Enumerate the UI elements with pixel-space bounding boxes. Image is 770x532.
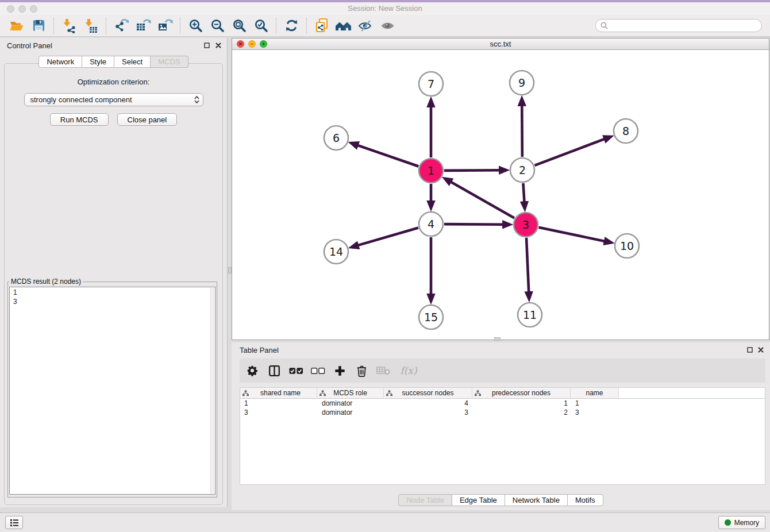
import-network-button[interactable]	[58, 17, 80, 35]
open-folder-icon	[9, 19, 24, 33]
close-table-panel-button[interactable]	[757, 346, 765, 354]
tree-icon	[386, 390, 392, 396]
save-session-button[interactable]	[28, 17, 49, 35]
tab-motifs[interactable]: Motifs	[568, 494, 603, 506]
houses-icon	[335, 19, 352, 33]
export-table-icon	[136, 18, 151, 33]
mcds-result-list[interactable]: 1 3	[9, 287, 215, 495]
export-table-button[interactable]	[132, 17, 154, 35]
zoom-fit-button[interactable]	[228, 17, 250, 35]
zoom-selected-button[interactable]	[250, 17, 272, 35]
cell-mcds-role[interactable]: dominator	[317, 399, 384, 407]
memory-status-icon	[725, 519, 731, 526]
show-all-button[interactable]	[376, 17, 398, 35]
horizontal-splitter-handle[interactable]	[494, 337, 500, 341]
delete-table-button[interactable]	[374, 361, 392, 380]
select-all-columns-button[interactable]	[287, 361, 305, 380]
vertical-splitter-handle[interactable]	[228, 267, 232, 273]
graph-edge-4-3[interactable]	[444, 224, 504, 225]
graph-edge-2-3[interactable]	[523, 183, 524, 203]
graph-node-label-7: 7	[428, 78, 434, 90]
zoom-out-button[interactable]	[206, 17, 228, 35]
tree-icon	[475, 390, 481, 396]
criterion-dropdown[interactable]: strongly connected component	[24, 93, 203, 106]
control-panel-title: Control Panel	[7, 41, 52, 50]
column-header-successor-nodes[interactable]: successor nodes	[384, 388, 472, 398]
close-panel-button-mcds[interactable]: Close panel	[117, 113, 178, 126]
column-header-mcds-role[interactable]: MCDS role	[317, 388, 384, 398]
open-session-button[interactable]	[6, 17, 28, 35]
result-line: 3	[13, 297, 215, 306]
column-layout-button[interactable]	[265, 361, 283, 380]
result-scrollbar[interactable]	[210, 288, 214, 494]
graph-edge-4-14[interactable]	[357, 228, 418, 245]
table-panel: Table Panel	[232, 342, 770, 510]
float-table-panel-button[interactable]	[746, 346, 754, 354]
graph-edge-3-10[interactable]	[539, 228, 606, 241]
column-header-predecessor-nodes[interactable]: predecessor nodes	[472, 388, 571, 398]
cell-successor-nodes[interactable]: 4	[384, 399, 472, 407]
split-columns-icon	[268, 365, 280, 377]
graph-node-label-15: 15	[424, 311, 438, 323]
import-table-button[interactable]	[80, 17, 102, 35]
graph-node-label-2: 2	[519, 164, 526, 176]
delete-columns-button[interactable]	[352, 361, 371, 380]
cell-shared-name[interactable]: 1	[240, 399, 317, 407]
table-row[interactable]: 3 dominator 3 2 3	[240, 408, 765, 417]
graph-node-label-10: 10	[620, 240, 634, 252]
graph-edge-2-8[interactable]	[535, 138, 606, 165]
tab-node-table[interactable]: Node Table	[398, 494, 452, 506]
toolbar-separator	[106, 18, 106, 34]
memory-label: Memory	[734, 519, 759, 527]
network-window-titlebar[interactable]: ✕ − + scc.txt	[232, 38, 769, 50]
unselect-all-columns-button[interactable]	[309, 361, 327, 380]
graph-node-label-6: 6	[333, 132, 340, 144]
network-canvas[interactable]: 7968124314101511	[232, 50, 769, 340]
search-box[interactable]	[595, 19, 762, 32]
tab-mcds[interactable]: MCDS	[151, 56, 188, 68]
table-row[interactable]: 1 dominator 4 1 1	[240, 399, 765, 408]
refresh-layout-button[interactable]	[280, 17, 302, 35]
table-options-button[interactable]	[243, 361, 261, 380]
search-input[interactable]	[611, 22, 757, 30]
first-neighbors-button[interactable]	[333, 17, 355, 35]
zoom-in-button[interactable]	[184, 17, 206, 35]
column-header-name[interactable]: name	[571, 388, 619, 398]
memory-button[interactable]: Memory	[718, 516, 765, 529]
column-header-shared-name[interactable]: shared name	[240, 388, 317, 398]
tab-network[interactable]: Network	[38, 56, 82, 68]
tab-style[interactable]: Style	[82, 56, 114, 68]
float-panel-button[interactable]	[203, 41, 211, 49]
add-column-button[interactable]	[330, 361, 349, 380]
tab-select[interactable]: Select	[114, 56, 151, 68]
graph-node-label-9: 9	[518, 76, 525, 89]
function-builder-button[interactable]: f(x)	[396, 361, 421, 380]
graph-node-label-11: 11	[523, 309, 537, 321]
run-mcds-button[interactable]: Run MCDS	[50, 113, 109, 126]
graph-edge-3-1[interactable]	[450, 182, 514, 218]
cell-predecessor-nodes[interactable]: 1	[472, 399, 571, 407]
hide-selected-button[interactable]	[355, 17, 376, 35]
dropdown-stepper-icon	[194, 96, 201, 103]
export-network-button[interactable]	[110, 17, 132, 35]
graph-edge-1-2[interactable]	[444, 170, 500, 171]
graph-edge-1-6[interactable]	[357, 145, 418, 166]
export-image-button[interactable]	[154, 17, 176, 35]
cell-name[interactable]: 1	[571, 399, 619, 407]
graph-edge-3-11[interactable]	[526, 238, 529, 293]
cell-predecessor-nodes[interactable]: 2	[472, 408, 571, 417]
tab-network-table[interactable]: Network Table	[505, 494, 568, 506]
task-history-button[interactable]	[5, 516, 23, 529]
cell-shared-name[interactable]: 3	[240, 408, 317, 417]
close-panel-button[interactable]	[214, 41, 222, 49]
new-network-from-selection-button[interactable]	[311, 17, 333, 35]
graph-edge-2-9[interactable]	[522, 105, 522, 157]
app-titlebar: Session: New Session	[0, 0, 770, 15]
cell-name[interactable]: 3	[571, 408, 619, 417]
checked-boxes-icon	[289, 367, 303, 375]
cell-mcds-role[interactable]: dominator	[317, 408, 384, 417]
tab-edge-table[interactable]: Edge Table	[452, 494, 505, 506]
application-window: Session: New Session	[0, 0, 770, 532]
cell-successor-nodes[interactable]: 3	[384, 408, 472, 417]
table-toolbar: f(x)	[240, 358, 765, 383]
